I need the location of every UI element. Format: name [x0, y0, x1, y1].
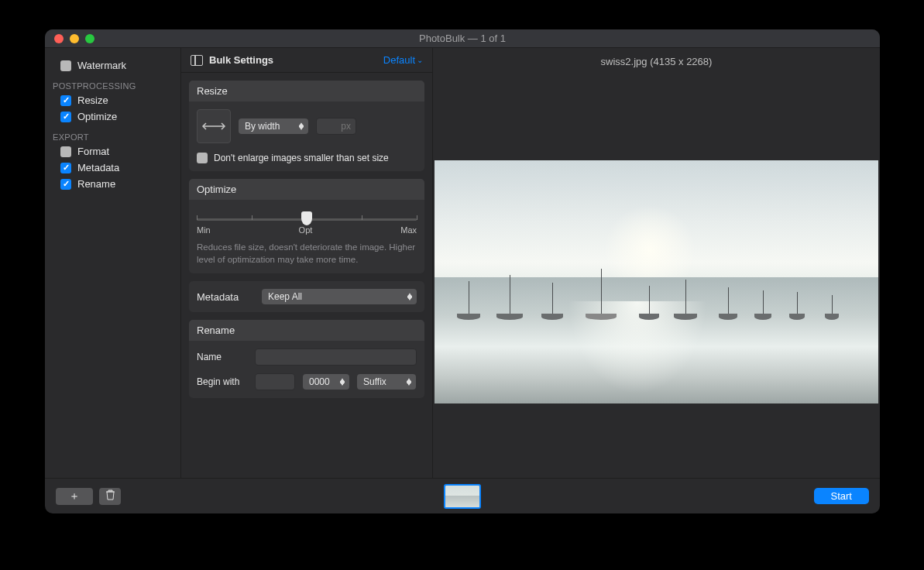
slider-thumb[interactable] — [301, 211, 312, 225]
settings-title: Bulk Settings — [209, 54, 273, 66]
checkbox-icon[interactable] — [60, 146, 71, 157]
titlebar: PhotoBulk — 1 of 1 — [45, 29, 880, 48]
thumbnail-strip — [444, 484, 481, 509]
preview-image-content — [435, 258, 878, 320]
settings-panel: Bulk Settings Default ⌄ Resize — [181, 48, 433, 478]
sidebar-item-optimize[interactable]: Optimize — [45, 108, 180, 125]
rename-card-header: Rename — [189, 320, 424, 341]
checkbox-icon[interactable] — [60, 163, 71, 173]
optimize-card-header: Optimize — [189, 179, 424, 200]
sidebar-item-format[interactable]: Format — [45, 143, 180, 160]
preset-dropdown[interactable]: Default ⌄ — [383, 54, 423, 66]
digits-select-wrap: 0000 ▲▼ — [303, 374, 349, 390]
app-window: PhotoBulk — 1 of 1 Watermark POSTPROCESS… — [45, 29, 880, 513]
preview-panel: swiss2.jpg (4135 x 2268) — [433, 48, 880, 478]
start-button[interactable]: Start — [814, 488, 869, 504]
dont-enlarge-label: Don't enlarge images smaller than set si… — [214, 153, 389, 163]
resize-width-input[interactable] — [316, 118, 356, 135]
zoom-window-button[interactable] — [85, 34, 94, 43]
optimize-card: Optimize — [189, 179, 424, 273]
resize-card-header: Resize — [189, 81, 424, 101]
slider-labels: Min Opt Max — [197, 225, 417, 235]
checkbox-icon[interactable] — [60, 179, 71, 190]
delete-button[interactable] — [99, 488, 121, 505]
slider-label-min: Min — [197, 225, 211, 235]
sidebar-item-label: Rename — [77, 178, 115, 190]
sidebar-item-label: Resize — [77, 94, 108, 106]
metadata-select-wrap: Keep All ▲▼ — [262, 289, 417, 304]
rename-begin-row: Begin with 0000 ▲▼ Suffix — [197, 373, 417, 390]
checkbox-icon[interactable] — [60, 95, 71, 106]
sidebar-item-label: Optimize — [77, 111, 117, 122]
sidebar-item-rename[interactable]: Rename — [45, 176, 180, 192]
rename-begin-input[interactable] — [255, 373, 295, 390]
thumbnail-selected[interactable] — [444, 484, 481, 509]
window-title: PhotoBulk — 1 of 1 — [419, 33, 506, 44]
dont-enlarge-row[interactable]: Don't enlarge images smaller than set si… — [197, 153, 417, 163]
rename-name-input[interactable] — [255, 349, 417, 366]
sidebar-item-label: Format — [77, 146, 109, 157]
checkbox-icon[interactable] — [60, 60, 71, 71]
slider-label-max: Max — [400, 225, 417, 235]
metadata-select[interactable]: Keep All — [262, 289, 417, 304]
preset-label: Default — [383, 54, 415, 66]
close-window-button[interactable] — [54, 34, 64, 43]
sidebar-item-label: Metadata — [77, 162, 119, 173]
optimize-description: Reduces file size, doesn't deteriorate t… — [197, 241, 417, 266]
name-label: Name — [197, 352, 247, 362]
slider-track[interactable] — [197, 218, 417, 221]
sidebar-item-metadata[interactable]: Metadata — [45, 160, 180, 176]
checkbox-icon[interactable] — [60, 112, 71, 122]
rename-position-select[interactable]: Suffix — [357, 374, 416, 390]
settings-header: Bulk Settings Default ⌄ — [181, 48, 432, 73]
metadata-card: Metadata Keep All ▲▼ — [189, 281, 424, 312]
minimize-window-button[interactable] — [70, 34, 79, 43]
resize-mode-select-wrap: By width ▲▼ — [239, 118, 308, 134]
rename-card: Rename Name Begin with 0000 — [189, 320, 424, 398]
metadata-label: Metadata — [197, 291, 251, 303]
footer-left-buttons: ＋ — [56, 488, 121, 505]
optimize-slider[interactable]: Min Opt Max — [197, 208, 417, 235]
begin-with-label: Begin with — [197, 376, 247, 387]
resize-card: Resize — [189, 81, 424, 171]
sidebar-item-resize[interactable]: Resize — [45, 92, 180, 108]
resize-mode-select[interactable]: By width — [239, 118, 308, 134]
sidebar-section-export: EXPORT — [45, 125, 180, 143]
trash-icon — [105, 489, 115, 503]
resize-dimension-icon[interactable] — [197, 109, 231, 143]
footer: ＋ Start — [45, 478, 880, 513]
position-select-wrap: Suffix ▲▼ — [357, 374, 416, 390]
rename-digits-select[interactable]: 0000 — [303, 374, 349, 390]
preview-image — [435, 160, 878, 403]
add-button[interactable]: ＋ — [56, 488, 93, 505]
checkbox-icon[interactable] — [197, 153, 208, 163]
settings-body: Resize — [181, 73, 432, 406]
panel-layout-icon[interactable] — [191, 55, 203, 66]
sidebar-section-postprocessing: POSTPROCESSING — [45, 74, 180, 92]
rename-name-row: Name — [197, 349, 417, 366]
chevron-down-icon: ⌄ — [417, 56, 423, 64]
window-body: Watermark POSTPROCESSING Resize Optimize… — [45, 48, 880, 478]
sidebar: Watermark POSTPROCESSING Resize Optimize… — [45, 48, 181, 478]
sidebar-item-label: Watermark — [77, 60, 126, 71]
arrows-horizontal-icon — [200, 118, 228, 134]
sidebar-item-watermark[interactable]: Watermark — [45, 57, 180, 74]
plus-icon: ＋ — [69, 489, 80, 503]
slider-label-opt: Opt — [299, 225, 313, 235]
preview-filename-label: swiss2.jpg (4135 x 2268) — [601, 48, 713, 75]
traffic-lights — [45, 34, 94, 43]
resize-controls-row: By width ▲▼ — [197, 109, 417, 143]
